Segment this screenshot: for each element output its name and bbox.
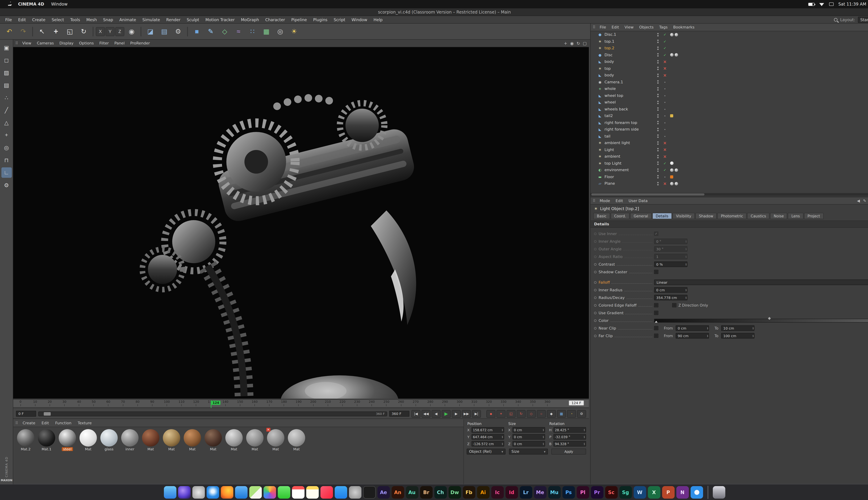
display-icon[interactable]	[829, 2, 833, 6]
object-row[interactable]: wheel	[591, 99, 868, 106]
enable-mark[interactable]	[662, 147, 668, 152]
visibility-dots[interactable]	[657, 33, 659, 34]
word-icon[interactable]: W	[633, 486, 646, 498]
visibility-dots[interactable]	[657, 128, 659, 129]
object-row[interactable]: right forearm top	[591, 119, 868, 126]
visibility-dots[interactable]	[657, 53, 659, 55]
attribute-menu-item[interactable]: Edit	[613, 198, 626, 203]
camera-icon[interactable]	[274, 25, 287, 38]
outer-angle-field[interactable]: 30 °▴▾	[654, 246, 687, 252]
rotation-field[interactable]: 94.328 ° ▴▾	[553, 441, 586, 446]
object-tags[interactable]	[669, 162, 674, 165]
animate-icon[interactable]: An	[391, 486, 404, 498]
enable-mark[interactable]	[662, 161, 668, 165]
material-item[interactable]: Mat	[141, 429, 160, 451]
spline-pen-icon[interactable]	[204, 25, 217, 38]
menubar-clock[interactable]: Sat 11:39 AM	[838, 2, 866, 7]
notes-icon[interactable]	[306, 486, 319, 498]
menu-item[interactable]: Simulate	[139, 17, 163, 22]
primitive-cube-icon[interactable]	[190, 25, 204, 38]
attribute-tab[interactable]: Project	[804, 213, 823, 219]
attribute-menu-item[interactable]: Mode	[597, 198, 613, 203]
enable-mark[interactable]	[662, 175, 668, 179]
menu-item[interactable]: Pipeline	[288, 17, 310, 22]
photos-icon[interactable]	[263, 486, 276, 498]
finder-icon[interactable]	[164, 486, 176, 498]
siri-icon[interactable]	[178, 486, 191, 498]
object-row[interactable]: Disc.1	[591, 31, 868, 38]
powerpoint-icon[interactable]: P	[662, 486, 674, 498]
size-field[interactable]: 0 cm ▴▾	[513, 427, 545, 433]
apply-button[interactable]: Apply	[551, 448, 586, 455]
far-clip-checkbox[interactable]	[654, 334, 658, 338]
enable-mark[interactable]	[662, 46, 668, 50]
fuse-icon[interactable]: Fb	[462, 486, 475, 498]
enable-mark[interactable]	[662, 59, 668, 64]
object-row[interactable]: body	[591, 58, 868, 65]
move-tool-icon[interactable]	[49, 25, 62, 38]
spinner[interactable]: ▴▾	[543, 429, 544, 431]
enable-mark[interactable]	[662, 101, 668, 104]
preview-range-slider[interactable]: 360 F	[38, 411, 387, 416]
timeline-ruler[interactable]: 0 10 20 30 40 50 60	[13, 399, 589, 408]
muse-icon[interactable]: Mu	[548, 486, 561, 498]
aspect-ratio-field[interactable]: 1▴▾	[654, 254, 687, 259]
material-item[interactable]: Mat	[79, 429, 98, 451]
record-scale-button[interactable]	[506, 410, 516, 418]
object-row[interactable]: Plane	[591, 180, 868, 187]
next-key-button[interactable]	[462, 410, 471, 418]
spinner[interactable]: ▴▾	[502, 435, 503, 438]
material-item[interactable]: Mat	[204, 429, 223, 451]
play-button[interactable]	[442, 410, 451, 418]
record-keyframe-button[interactable]	[487, 410, 495, 418]
autokey-button[interactable]	[537, 410, 546, 418]
timeline-playhead[interactable]: 124	[211, 400, 221, 407]
menu-item[interactable]: Render	[163, 17, 184, 22]
menu-item[interactable]: MoGraph	[238, 17, 262, 22]
object-tags[interactable]	[669, 175, 673, 179]
keyframe-selection-button[interactable]	[547, 410, 556, 418]
record-parameter-button[interactable]	[527, 410, 536, 418]
attribute-menu-item[interactable]: User Data	[626, 198, 650, 203]
scene-floor-icon[interactable]	[260, 25, 273, 38]
menu-item[interactable]: Motion Tracker	[202, 17, 238, 22]
menu-item[interactable]: Help	[370, 17, 386, 22]
inner-angle-field[interactable]: 0 °▴▾	[654, 239, 687, 244]
material-item[interactable]: inner	[120, 429, 140, 451]
safari-icon[interactable]	[206, 486, 219, 498]
y-axis-lock-icon[interactable]	[105, 27, 115, 36]
visibility-dots[interactable]	[657, 107, 659, 109]
terminal-icon[interactable]	[363, 486, 376, 498]
photoshop-icon[interactable]: Ps	[562, 486, 575, 498]
menu-item[interactable]: Script	[331, 17, 349, 22]
enable-mark[interactable]	[662, 128, 668, 132]
visibility-dots[interactable]	[657, 141, 659, 143]
object-row[interactable]: environment	[591, 167, 868, 173]
rotation-field[interactable]: -32.039 ° ▴▾	[553, 434, 586, 440]
visibility-dots[interactable]	[657, 135, 659, 136]
enable-axis-icon[interactable]	[1, 130, 12, 140]
polygons-mode-icon[interactable]	[1, 117, 12, 128]
material-item[interactable]: Mat	[224, 429, 244, 451]
visibility-dots[interactable]	[657, 94, 659, 95]
enable-mark[interactable]	[662, 87, 668, 91]
next-frame-button[interactable]	[452, 410, 461, 418]
object-manager-menu-item[interactable]: Tags	[656, 25, 671, 30]
make-editable-icon[interactable]	[1, 42, 12, 53]
menu-item[interactable]: Sculpt	[184, 17, 203, 22]
visibility-dots[interactable]	[657, 60, 659, 61]
pan-view-icon[interactable]	[564, 41, 567, 46]
panel-grip-icon[interactable]: ⠿	[593, 198, 595, 203]
viewport-menu-item[interactable]: Panel	[112, 41, 127, 45]
menu-item[interactable]: Tools	[67, 17, 83, 22]
firefox-icon[interactable]	[221, 486, 233, 498]
z-axis-lock-icon[interactable]	[115, 27, 124, 36]
position-field[interactable]: 647.464 cm ▴▾	[471, 434, 504, 440]
enable-mark[interactable]	[662, 141, 668, 146]
audition-icon[interactable]: Au	[406, 486, 418, 498]
color-gradient-bar[interactable]	[654, 319, 868, 322]
far-clip-to-field[interactable]: 100 cm▴▾	[721, 333, 754, 339]
messages-icon[interactable]	[277, 486, 290, 498]
menu-item[interactable]: Select	[49, 17, 67, 22]
mail-icon[interactable]	[235, 486, 247, 498]
